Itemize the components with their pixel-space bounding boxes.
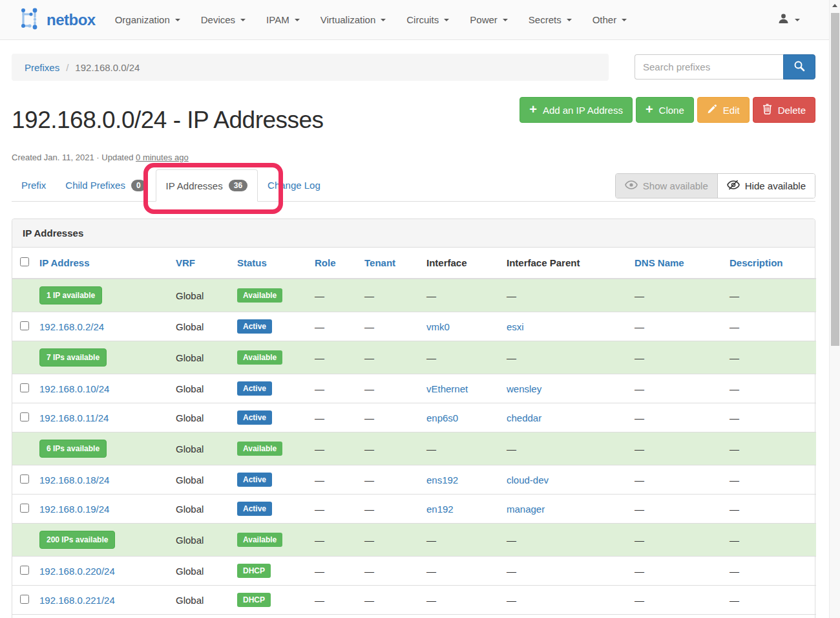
ip-addresses-count-badge: 36 bbox=[229, 180, 247, 191]
row-checkbox[interactable] bbox=[20, 412, 29, 421]
interface-parent-cell[interactable]: wensley bbox=[501, 374, 629, 403]
column-dns-name[interactable]: DNS Name bbox=[629, 248, 724, 279]
vrf-value: Global bbox=[171, 374, 232, 403]
pencil-icon bbox=[707, 104, 717, 116]
interface-parent-link: wensley bbox=[507, 383, 541, 394]
tab-prefix[interactable]: Prefix bbox=[12, 169, 56, 201]
ip-address-link[interactable]: 192.168.0.221/24 bbox=[39, 595, 115, 606]
column-interface: Interface bbox=[421, 248, 501, 279]
row-checkbox[interactable] bbox=[20, 383, 29, 392]
search-button[interactable] bbox=[783, 54, 815, 80]
page-scrollbar[interactable] bbox=[829, 0, 840, 618]
ip-address-link[interactable]: 192.168.0.220/24 bbox=[39, 566, 115, 577]
row-checkbox[interactable] bbox=[20, 321, 29, 330]
add-ip-address-button[interactable]: + Add an IP Address bbox=[520, 97, 633, 123]
select-all-checkbox[interactable] bbox=[20, 257, 29, 266]
empty-cell: — bbox=[724, 495, 816, 524]
hide-available-button[interactable]: Hide available bbox=[718, 174, 815, 198]
eye-slash-icon bbox=[727, 180, 740, 192]
row-checkbox[interactable] bbox=[20, 474, 29, 484]
menu-circuits[interactable]: Circuits bbox=[396, 0, 459, 40]
table-row: 192.168.0.222/24 Global DHCP — — — — — — bbox=[12, 615, 816, 618]
status-badge: Active bbox=[237, 473, 272, 487]
status-badge: Active bbox=[237, 319, 272, 334]
empty-cell: — bbox=[724, 465, 816, 495]
edit-button[interactable]: Edit bbox=[697, 97, 750, 123]
empty-cell: — bbox=[359, 615, 421, 618]
netbox-brand[interactable]: netbox bbox=[17, 6, 96, 34]
empty-cell: — bbox=[501, 341, 629, 374]
row-checkbox[interactable] bbox=[20, 566, 29, 575]
available-count-button[interactable]: 7 IPs available bbox=[39, 348, 107, 367]
column-role[interactable]: Role bbox=[310, 248, 359, 279]
available-count-button[interactable]: 200 IPs available bbox=[39, 531, 115, 549]
tab-change-log[interactable]: Change Log bbox=[258, 169, 330, 201]
empty-cell: — bbox=[310, 524, 359, 557]
tab-ip-addresses[interactable]: IP Addresses 36 bbox=[156, 169, 258, 202]
vrf-value: Global bbox=[171, 341, 232, 374]
scrollbar-up-button[interactable] bbox=[830, 0, 840, 11]
interface-link: enp6s0 bbox=[426, 412, 458, 423]
user-menu[interactable] bbox=[778, 13, 800, 27]
chevron-down-icon bbox=[295, 19, 300, 21]
interface-parent-cell[interactable]: esxi bbox=[501, 312, 629, 341]
column-description[interactable]: Description bbox=[724, 248, 816, 279]
status-badge: DHCP bbox=[237, 593, 271, 607]
interface-cell[interactable]: ens192 bbox=[421, 465, 501, 495]
navbar: netbox Organization Devices IPAM Virtual… bbox=[0, 0, 829, 40]
empty-cell: — bbox=[359, 312, 421, 341]
status-badge: Active bbox=[237, 410, 272, 425]
available-count-button[interactable]: 6 IPs available bbox=[39, 440, 107, 458]
menu-devices[interactable]: Devices bbox=[191, 0, 256, 40]
column-ip-address[interactable]: IP Address bbox=[34, 248, 171, 279]
empty-cell: — bbox=[724, 586, 816, 615]
ip-address-link[interactable]: 192.168.0.2/24 bbox=[39, 321, 104, 332]
ip-address-link[interactable]: 192.168.0.10/24 bbox=[39, 383, 109, 394]
ip-address-link[interactable]: 192.168.0.18/24 bbox=[39, 474, 109, 485]
empty-cell: — bbox=[359, 586, 421, 615]
interface-parent-cell[interactable]: manager bbox=[501, 495, 629, 524]
row-checkbox[interactable] bbox=[20, 504, 29, 513]
vrf-value: Global bbox=[171, 586, 232, 615]
table-row: 192.168.0.19/24 Global Active — — en192 … bbox=[12, 495, 816, 524]
interface-parent-cell[interactable]: cheddar bbox=[501, 403, 629, 432]
interface-cell[interactable]: vmk0 bbox=[421, 312, 501, 341]
main-menu: Organization Devices IPAM Virtualization… bbox=[105, 0, 638, 40]
interface-parent-link: cheddar bbox=[507, 412, 541, 423]
status-badge: Active bbox=[237, 502, 272, 516]
empty-cell: — bbox=[359, 374, 421, 403]
interface-cell[interactable]: enp6s0 bbox=[421, 403, 501, 432]
ip-address-link[interactable]: 192.168.0.11/24 bbox=[39, 412, 109, 423]
delete-button[interactable]: Delete bbox=[753, 97, 815, 123]
row-checkbox[interactable] bbox=[20, 595, 29, 604]
interface-cell[interactable]: en192 bbox=[421, 495, 501, 524]
menu-secrets[interactable]: Secrets bbox=[518, 0, 582, 40]
interface-link: vmk0 bbox=[426, 321, 450, 332]
eye-icon bbox=[625, 180, 638, 191]
interface-parent-cell[interactable]: cloud-dev bbox=[501, 465, 629, 495]
table-row: 192.168.0.221/24 Global DHCP — — — — — — bbox=[12, 586, 816, 615]
clone-button[interactable]: + Clone bbox=[636, 97, 694, 123]
interface-parent-link: esxi bbox=[507, 321, 524, 332]
menu-organization[interactable]: Organization bbox=[105, 0, 191, 40]
empty-cell: — bbox=[421, 341, 501, 374]
available-count-button[interactable]: 1 IP available bbox=[39, 286, 102, 304]
show-available-button[interactable]: Show available bbox=[616, 174, 718, 198]
available-range-row: 200 IPs available Global Available — — —… bbox=[12, 524, 816, 557]
menu-virtualization[interactable]: Virtualization bbox=[310, 0, 397, 40]
interface-cell[interactable]: vEthernet bbox=[421, 374, 501, 403]
menu-ipam[interactable]: IPAM bbox=[256, 0, 310, 40]
breadcrumb-prefixes-link[interactable]: Prefixes bbox=[25, 62, 59, 73]
tab-child-prefixes[interactable]: Child Prefixes 0 bbox=[56, 169, 155, 201]
menu-other[interactable]: Other bbox=[582, 0, 638, 40]
vrf-value: Global bbox=[171, 279, 232, 312]
search-input[interactable] bbox=[635, 54, 783, 80]
scrollbar-thumb[interactable] bbox=[831, 13, 839, 346]
chevron-down-icon bbox=[240, 19, 246, 21]
column-status[interactable]: Status bbox=[232, 248, 310, 279]
menu-power[interactable]: Power bbox=[459, 0, 518, 40]
column-tenant[interactable]: Tenant bbox=[359, 248, 421, 279]
ip-address-link[interactable]: 192.168.0.19/24 bbox=[39, 504, 109, 515]
empty-cell: — bbox=[310, 432, 359, 465]
column-vrf[interactable]: VRF bbox=[171, 248, 232, 279]
